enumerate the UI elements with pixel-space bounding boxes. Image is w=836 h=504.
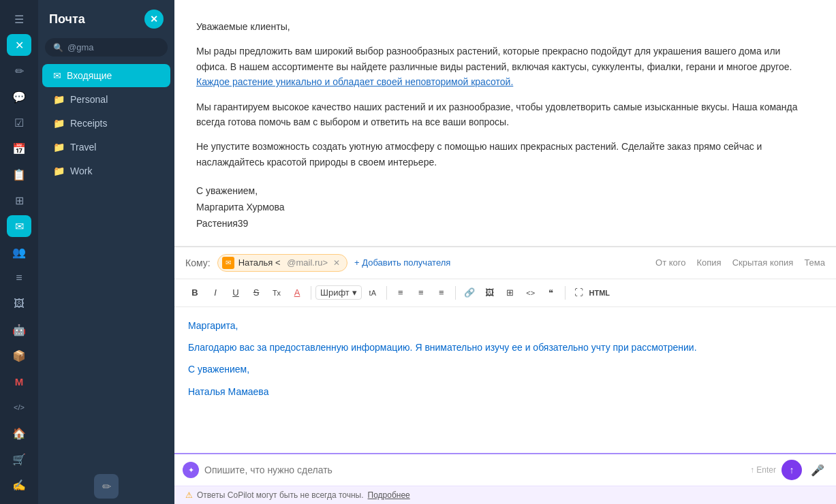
email-text-2b: Каждое растение уникально и обладает сво… — [196, 76, 513, 87]
sidebar: Почта ✕ 🔍 @gma ✉ Входящие 📁 Personal 📁 R… — [38, 0, 174, 504]
italic-button[interactable]: I — [206, 283, 225, 302]
editor-line-4: Наталья Мамаева — [188, 384, 822, 399]
underline-button[interactable]: U — [226, 283, 245, 302]
folder-icon: 📁 — [53, 94, 65, 105]
toolbar-separator-3 — [455, 286, 456, 300]
toolbar-separator-4 — [565, 286, 566, 300]
toolbar-separator-2 — [386, 286, 387, 300]
to-field: Кому: ✉ Наталья < @mail.ru> ✕ + Добавить… — [174, 247, 836, 279]
sidebar-bottom: ✏ — [38, 469, 174, 504]
folder-icon: 📁 — [53, 142, 65, 153]
quote-button[interactable]: ❝ — [542, 283, 561, 302]
subject-option[interactable]: Тема — [804, 257, 825, 268]
image-button[interactable]: 🖼 — [480, 283, 499, 302]
folder-label: Work — [70, 166, 92, 176]
folder-item-personal[interactable]: 📁 Personal — [42, 88, 170, 111]
tasks-icon[interactable]: ☑ — [7, 112, 31, 133]
cart-icon[interactable]: 🛒 — [7, 448, 31, 470]
email-text-2a: Мы рады предложить вам широкий выбор раз… — [196, 46, 792, 72]
font-selector[interactable]: Шрифт ▾ — [315, 285, 362, 300]
editor-area[interactable]: Маргарита, Благодарю вас за предоставлен… — [174, 307, 836, 453]
app-title: Почта — [49, 12, 85, 27]
from-option[interactable]: От кого — [655, 257, 685, 268]
color-button[interactable]: A — [288, 283, 307, 302]
filter-icon[interactable]: ≡ — [7, 267, 31, 289]
strike-button[interactable]: S — [247, 283, 266, 302]
ai-input-field[interactable] — [204, 464, 745, 475]
folder-item-receipts[interactable]: 📁 Receipts — [42, 112, 170, 135]
enter-hint-text: ↑ Enter — [750, 465, 776, 475]
email-field-options: От кого Копия Скрытая копия Тема — [655, 257, 825, 268]
sidebar-search[interactable]: 🔍 @gma — [45, 38, 168, 57]
align-button[interactable]: ≡ — [432, 283, 451, 302]
code-inline-button[interactable]: <> — [521, 283, 540, 302]
add-recipient-label: + Добавить получателя — [354, 257, 450, 268]
close-icon[interactable]: ✕ — [7, 34, 31, 56]
sidebar-header: Почта ✕ — [38, 0, 174, 38]
table-button[interactable]: ⊞ — [501, 283, 520, 302]
clear-format-button[interactable]: Tx — [267, 283, 286, 302]
notes-icon[interactable]: 📋 — [7, 163, 31, 185]
recipient-email: @mail.ru> — [285, 257, 328, 268]
editor-toolbar: B I U S Tx A Шрифт ▾ tA ≡ ≡ ≡ 🔗 🖼 ⊞ — [174, 279, 836, 307]
recipient-chip: ✉ Наталья < @mail.ru> ✕ — [217, 254, 347, 272]
gallery-icon[interactable]: 🖼 — [7, 293, 31, 315]
bullet-list-button[interactable]: ≡ — [412, 283, 431, 302]
html-button[interactable]: HTML — [590, 283, 609, 302]
compose-button[interactable]: ✏ — [94, 474, 119, 499]
toolbar-separator-1 — [311, 286, 311, 300]
folder-icon: 📁 — [53, 118, 65, 129]
ai-mic-button[interactable]: 🎤 — [807, 460, 828, 480]
package-icon[interactable]: 📦 — [7, 345, 31, 366]
ai-send-button[interactable]: ↑ — [781, 460, 802, 480]
email-paragraph-4: Не упустите возможность создать уютную а… — [196, 139, 814, 170]
folder-item-travel[interactable]: 📁 Travel — [42, 136, 170, 159]
warning-link[interactable]: Подробнее — [368, 490, 410, 500]
brand-m-icon[interactable]: M — [7, 371, 31, 392]
signature-greeting: С уважением, — [196, 183, 814, 200]
signature-company: Растения39 — [196, 216, 814, 232]
folder-label: Travel — [70, 142, 96, 153]
send-icon: ↑ — [790, 464, 794, 475]
font-size-button[interactable]: tA — [363, 283, 382, 302]
sidebar-close-button[interactable]: ✕ — [144, 10, 164, 29]
link-button[interactable]: 🔗 — [460, 283, 479, 302]
code-icon[interactable]: </> — [7, 396, 31, 418]
add-recipient-button[interactable]: + Добавить получателя — [354, 257, 450, 268]
mic-icon: 🎤 — [811, 464, 824, 477]
hidden-copy-option[interactable]: Скрытая копия — [732, 257, 794, 268]
calendar-icon[interactable]: 📅 — [7, 138, 31, 159]
folder-list: ✉ Входящие 📁 Personal 📁 Receipts 📁 Trave… — [38, 63, 174, 469]
recipient-icon: ✉ — [222, 257, 234, 269]
email-paragraph-2: Мы рады предложить вам широкий выбор раз… — [196, 44, 814, 89]
menu-icon[interactable]: ☰ — [7, 8, 31, 30]
chat-icon[interactable]: 💬 — [7, 86, 31, 108]
recipient-name: Наталья < — [238, 257, 281, 268]
bold-button[interactable]: B — [185, 283, 204, 302]
main-content: Уважаемые клиенты, Мы рады предложить ва… — [174, 0, 836, 504]
ai-input-bar: ✦ ↑ Enter ↑ 🎤 — [174, 453, 836, 486]
contacts-icon[interactable]: 👥 — [7, 241, 31, 263]
font-label: Шрифт — [320, 287, 350, 298]
email-body-section: Уважаемые клиенты, Мы рады предложить ва… — [174, 0, 836, 247]
home-icon[interactable]: 🏠 — [7, 422, 31, 444]
mail-icon[interactable]: ✉ — [7, 215, 31, 237]
editor-line-3: С уважением, — [188, 362, 822, 377]
copy-option[interactable]: Копия — [696, 257, 721, 268]
folder-icon: 📁 — [53, 166, 65, 176]
layers-icon[interactable]: ⊞ — [7, 189, 31, 211]
expand-button[interactable]: ⛶ — [570, 283, 589, 302]
robot-icon[interactable]: 🤖 — [7, 319, 31, 341]
compose-top-icon[interactable]: ✏ — [7, 60, 31, 82]
search-icon: 🔍 — [53, 43, 63, 52]
folder-item-work[interactable]: 📁 Work — [42, 159, 170, 183]
enter-hint: ↑ Enter — [750, 465, 776, 475]
edit-bottom-icon[interactable]: ✍ — [7, 474, 31, 496]
ordered-list-button[interactable]: ≡ — [391, 283, 410, 302]
remove-recipient-button[interactable]: ✕ — [333, 258, 340, 268]
search-value: @gma — [67, 42, 94, 52]
email-signature: С уважением, Маргарита Хурмова Растения3… — [196, 183, 814, 232]
warning-text: Ответы CoPilot могут быть не всегда точн… — [197, 490, 364, 500]
email-overlay: Уважаемые клиенты, Мы рады предложить ва… — [174, 0, 836, 504]
folder-item-inbox[interactable]: ✉ Входящие — [42, 64, 170, 87]
